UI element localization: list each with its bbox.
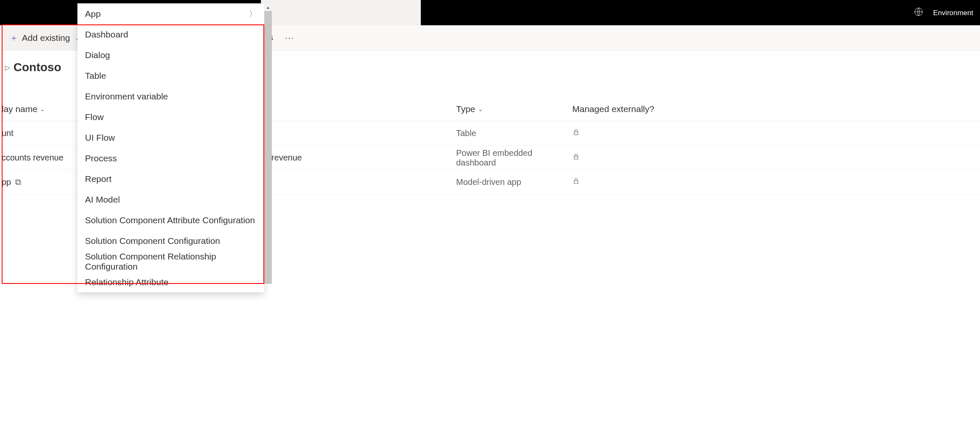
menu-item[interactable]: Flow (77, 107, 264, 127)
row-display-name: ccounts revenue (2, 153, 64, 163)
environment-label: Environment (933, 9, 973, 16)
menu-item-label: Environment variable (85, 91, 168, 102)
menu-item[interactable]: Environment variable (77, 86, 264, 107)
svg-rect-2 (574, 156, 578, 159)
menu-item[interactable]: Table (77, 65, 264, 86)
column-managed[interactable]: Managed externally? (572, 104, 980, 114)
lock-icon (572, 177, 580, 187)
page-title: Contoso (13, 61, 61, 74)
open-in-new-icon[interactable]: ⧉ (15, 177, 21, 187)
menu-item-label: Report (85, 174, 112, 184)
menu-item[interactable]: App〉 (77, 3, 264, 24)
menu-scrollbar[interactable]: ▲ (264, 3, 272, 284)
row-name: pp (263, 177, 456, 187)
add-existing-button[interactable]: ＋ Add existing ⌄ (3, 25, 86, 50)
more-commands-button[interactable]: ··· (285, 33, 295, 43)
row-display-name: pp (2, 177, 11, 187)
globe-icon (914, 7, 923, 19)
row-type: Model-driven app (456, 177, 572, 187)
menu-item-label: Solution Component Configuration (85, 236, 220, 246)
scroll-up-arrow[interactable]: ▲ (264, 3, 272, 11)
plus-icon: ＋ (9, 33, 19, 43)
menu-item[interactable]: Solution Component Attribute Configurati… (77, 210, 264, 230)
menu-item[interactable]: Dialog (77, 45, 264, 65)
menu-item[interactable]: AI Model (77, 189, 264, 210)
environment-block[interactable]: Environment (907, 0, 980, 25)
menu-item-label: App (85, 9, 101, 19)
column-type[interactable]: Type ⌄ (456, 104, 572, 114)
menu-item[interactable]: Dashboard (77, 24, 264, 45)
row-type: Power BI embedded dashboard (456, 148, 572, 168)
svg-rect-1 (574, 132, 578, 135)
chevron-down-icon: ⌄ (40, 106, 45, 112)
add-existing-menu: App〉DashboardDialogTableEnvironment vari… (77, 3, 264, 292)
menu-item-label: Dashboard (85, 29, 128, 40)
menu-item-label: Flow (85, 112, 104, 122)
row-managed (572, 153, 980, 163)
row-managed (572, 177, 980, 187)
menu-item-label: Solution Component Relationship Configur… (85, 251, 257, 272)
add-existing-label: Add existing (22, 33, 70, 43)
lock-icon (572, 128, 580, 138)
menu-item[interactable]: Report (77, 168, 264, 189)
row-name: ts revenue (263, 153, 456, 163)
chevron-down-icon: ⌄ (478, 106, 483, 112)
menu-item-label: Dialog (85, 50, 110, 60)
menu-item[interactable]: UI Flow (77, 127, 264, 148)
menu-item[interactable]: Solution Component Relationship Configur… (77, 251, 264, 272)
menu-item[interactable]: Process (77, 148, 264, 168)
menu-item[interactable]: Relationship Attribute (77, 272, 264, 292)
menu-item-label: Table (85, 71, 106, 81)
menu-item-label: UI Flow (85, 133, 115, 143)
menu-item-label: AI Model (85, 195, 120, 205)
search-area[interactable] (261, 0, 421, 25)
menu-item-label: Solution Component Attribute Configurati… (85, 215, 255, 225)
row-type: Table (456, 128, 572, 138)
menu-item-label: Relationship Attribute (85, 277, 168, 287)
menu-item[interactable]: Solution Component Configuration (77, 230, 264, 251)
chevron-right-icon: 〉 (249, 9, 257, 19)
row-display-name: unt (2, 128, 13, 138)
menu-item-label: Process (85, 153, 117, 163)
svg-rect-3 (574, 181, 578, 184)
row-managed (572, 128, 980, 138)
lock-icon (572, 153, 580, 162)
collapse-icon[interactable]: ▷ (5, 64, 10, 72)
